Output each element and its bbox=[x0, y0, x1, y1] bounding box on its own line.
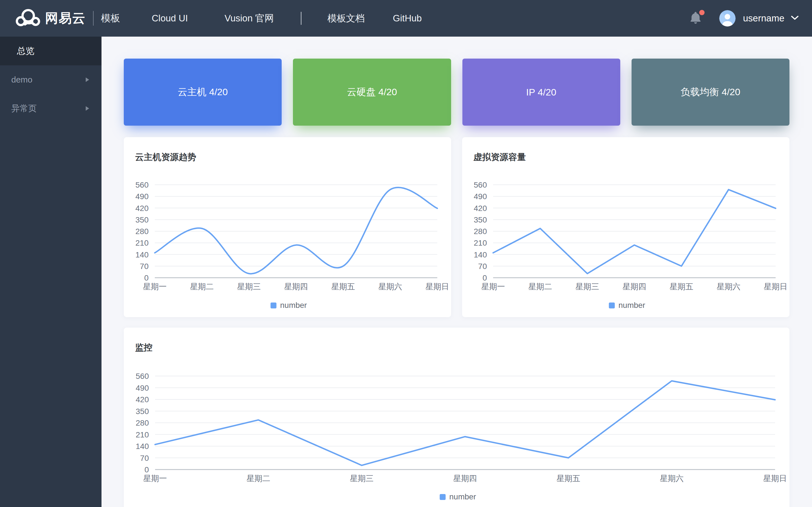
chevron-down-icon[interactable] bbox=[791, 15, 799, 21]
svg-text:0: 0 bbox=[144, 274, 149, 282]
svg-text:70: 70 bbox=[140, 454, 149, 462]
svg-text:星期三: 星期三 bbox=[237, 282, 261, 291]
svg-text:490: 490 bbox=[136, 384, 149, 392]
avatar[interactable] bbox=[719, 10, 735, 26]
svg-text:星期六: 星期六 bbox=[660, 474, 684, 483]
svg-text:星期日: 星期日 bbox=[425, 282, 449, 291]
svg-text:星期四: 星期四 bbox=[622, 282, 646, 291]
main-content: 云主机 4/20 云硬盘 4/20 IP 4/20 负载均衡 4/20 云主机资… bbox=[101, 37, 812, 507]
svg-text:星期日: 星期日 bbox=[764, 282, 788, 291]
nav-link-template-docs[interactable]: 模板文档 bbox=[327, 12, 364, 25]
notification-bell-icon[interactable] bbox=[689, 11, 702, 25]
monitor-row: 监控 070140210280350420490560星期一星期二星期三星期四星… bbox=[124, 328, 790, 507]
line-chart-virtual-capacity: 070140210280350420490560星期一星期二星期三星期四星期五星… bbox=[462, 137, 790, 317]
stat-card-load-balancer[interactable]: 负载均衡 4/20 bbox=[631, 59, 790, 126]
svg-text:星期一: 星期一 bbox=[143, 474, 167, 483]
svg-text:星期一: 星期一 bbox=[481, 282, 505, 291]
svg-text:140: 140 bbox=[136, 442, 149, 451]
sidebar-item-label: 总览 bbox=[17, 45, 35, 57]
navbar-right: username bbox=[689, 10, 812, 26]
username-label[interactable]: username bbox=[743, 13, 784, 24]
notification-dot bbox=[699, 10, 705, 15]
svg-text:星期五: 星期五 bbox=[670, 282, 693, 291]
svg-text:490: 490 bbox=[135, 192, 149, 201]
svg-text:0: 0 bbox=[144, 465, 149, 474]
svg-text:星期六: 星期六 bbox=[378, 282, 402, 291]
stat-card-label: 云主机 4/20 bbox=[177, 86, 228, 99]
svg-text:70: 70 bbox=[478, 262, 487, 271]
svg-text:350: 350 bbox=[136, 407, 149, 416]
stat-card-cloud-host[interactable]: 云主机 4/20 bbox=[124, 59, 282, 126]
svg-text:星期三: 星期三 bbox=[350, 474, 373, 483]
sidebar-item-overview[interactable]: 总览 bbox=[0, 37, 101, 65]
nav-link-cloud-ui[interactable]: Cloud UI bbox=[152, 13, 188, 24]
chevron-right-icon bbox=[86, 77, 89, 82]
stat-cards-row: 云主机 4/20 云硬盘 4/20 IP 4/20 负载均衡 4/20 bbox=[124, 59, 790, 126]
svg-text:560: 560 bbox=[474, 180, 487, 189]
svg-text:星期二: 星期二 bbox=[247, 474, 270, 483]
stat-card-label: 云硬盘 4/20 bbox=[347, 86, 397, 99]
svg-text:number: number bbox=[619, 301, 645, 309]
sidebar-item-exception-pages[interactable]: 异常页 bbox=[0, 94, 101, 123]
svg-text:140: 140 bbox=[474, 250, 487, 259]
line-chart-monitor: 070140210280350420490560星期一星期二星期三星期四星期五星… bbox=[124, 328, 790, 507]
stat-card-label: IP 4/20 bbox=[526, 87, 556, 98]
sidebar-item-label: demo bbox=[11, 75, 33, 84]
chart-card-host-trend: 云主机资源趋势 070140210280350420490560星期一星期二星期… bbox=[124, 137, 451, 317]
nav-divider-line bbox=[301, 12, 301, 25]
sidebar-item-demo[interactable]: demo bbox=[0, 65, 101, 94]
svg-text:星期一: 星期一 bbox=[143, 282, 167, 291]
svg-text:350: 350 bbox=[135, 216, 149, 224]
brand-suffix: 模板 bbox=[101, 12, 120, 25]
brand-name: 网易云 bbox=[45, 10, 86, 27]
svg-text:420: 420 bbox=[136, 395, 149, 404]
svg-text:210: 210 bbox=[135, 238, 149, 247]
svg-text:星期四: 星期四 bbox=[284, 282, 308, 291]
svg-text:星期六: 星期六 bbox=[717, 282, 741, 291]
svg-text:星期四: 星期四 bbox=[453, 474, 477, 483]
chevron-right-icon bbox=[86, 106, 89, 111]
chart-card-virtual-capacity: 虚拟资源容量 070140210280350420490560星期一星期二星期三… bbox=[462, 137, 790, 317]
stat-card-label: 负载均衡 4/20 bbox=[680, 86, 741, 99]
chart-card-monitor: 监控 070140210280350420490560星期一星期二星期三星期四星… bbox=[124, 328, 790, 507]
brand-divider-line bbox=[93, 11, 94, 25]
svg-text:490: 490 bbox=[474, 192, 487, 201]
svg-text:280: 280 bbox=[135, 227, 149, 236]
svg-text:420: 420 bbox=[135, 204, 149, 213]
nav-link-vusion[interactable]: Vusion 官网 bbox=[224, 12, 274, 25]
brand-logo[interactable]: 网易云 bbox=[15, 7, 86, 30]
svg-text:number: number bbox=[449, 492, 476, 501]
svg-text:星期三: 星期三 bbox=[575, 282, 599, 291]
svg-text:350: 350 bbox=[474, 216, 487, 224]
sidebar: 总览 demo 异常页 bbox=[0, 37, 101, 507]
svg-text:140: 140 bbox=[135, 250, 149, 259]
stat-card-cloud-disk[interactable]: 云硬盘 4/20 bbox=[293, 59, 451, 126]
svg-text:星期二: 星期二 bbox=[528, 282, 552, 291]
navbar-left: 网易云 模板 Cloud UI Vusion 官网 模板文档 GitHub bbox=[0, 7, 422, 30]
sidebar-item-label: 异常页 bbox=[11, 103, 37, 114]
svg-text:210: 210 bbox=[136, 431, 149, 439]
svg-text:210: 210 bbox=[474, 238, 487, 247]
stat-card-ip[interactable]: IP 4/20 bbox=[462, 59, 620, 126]
nav-link-github[interactable]: GitHub bbox=[393, 13, 422, 24]
top-navbar: 网易云 模板 Cloud UI Vusion 官网 模板文档 GitHub bbox=[0, 0, 812, 37]
svg-text:星期二: 星期二 bbox=[190, 282, 214, 291]
svg-text:0: 0 bbox=[483, 274, 487, 282]
charts-row: 云主机资源趋势 070140210280350420490560星期一星期二星期… bbox=[124, 137, 790, 317]
svg-text:560: 560 bbox=[135, 180, 149, 189]
svg-text:星期五: 星期五 bbox=[331, 282, 355, 291]
svg-text:number: number bbox=[280, 301, 307, 309]
svg-text:星期日: 星期日 bbox=[763, 474, 787, 483]
line-chart-host-trend: 070140210280350420490560星期一星期二星期三星期四星期五星… bbox=[124, 137, 451, 317]
svg-text:560: 560 bbox=[136, 372, 149, 381]
cloud-logo-icon bbox=[15, 7, 42, 30]
svg-text:70: 70 bbox=[140, 262, 149, 271]
svg-text:星期五: 星期五 bbox=[557, 474, 580, 483]
svg-text:280: 280 bbox=[136, 418, 149, 427]
svg-text:420: 420 bbox=[474, 204, 487, 213]
svg-text:280: 280 bbox=[474, 227, 487, 236]
